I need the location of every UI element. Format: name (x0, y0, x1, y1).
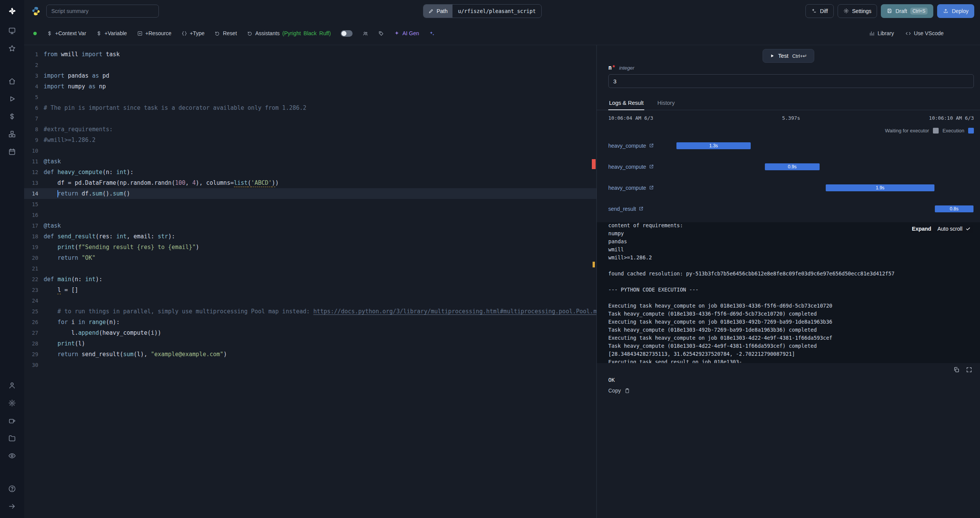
code-line[interactable]: 10 (24, 145, 596, 156)
tab-history[interactable]: History (657, 96, 675, 110)
test-button[interactable]: Test Ctrl+↵ (763, 49, 814, 63)
overview-ruler[interactable] (591, 45, 596, 518)
copy-result-button[interactable]: Copy (608, 388, 630, 394)
braces-icon (181, 31, 187, 36)
code-line[interactable]: 16 (24, 210, 596, 220)
runs-icon[interactable] (0, 90, 24, 108)
gantt-task-link[interactable]: heavy_compute (608, 164, 654, 170)
settings-button[interactable]: Settings (838, 4, 877, 18)
code-line[interactable]: 14 return df.sum().sum() (24, 188, 596, 199)
code-line[interactable]: 8#extra_requirements: (24, 124, 596, 135)
diff-button[interactable]: Diff (805, 4, 834, 18)
tag-button[interactable] (378, 31, 384, 36)
diff-icon (811, 8, 817, 14)
code-line[interactable]: 6# The pin is important since task is a … (24, 103, 596, 113)
sparkles-icon[interactable] (429, 31, 435, 36)
copy-logs-icon[interactable] (953, 367, 960, 373)
code-line[interactable]: 12def heavy_compute(n: int): (24, 167, 596, 178)
autoscroll-checkbox[interactable]: Auto scroll (938, 226, 971, 232)
code-line[interactable]: 2 (24, 60, 596, 70)
code-line[interactable]: 17@task (24, 220, 596, 231)
fullscreen-logs-icon[interactable] (966, 367, 972, 373)
execution-bar[interactable]: 0.9s (765, 163, 820, 170)
warning-marker[interactable] (593, 262, 595, 267)
code-lines: 1from wmill import task2 3import pandas … (24, 49, 596, 370)
code-line[interactable]: 29 return send_result(sum(l), "example@e… (24, 349, 596, 360)
code-line[interactable]: 7 (24, 113, 596, 124)
argument-n-input[interactable] (608, 74, 974, 88)
code-line[interactable]: 1from wmill import task (24, 49, 596, 60)
code-line[interactable]: 27 l.append(heavy_compute(i)) (24, 327, 596, 338)
line-number: 15 (24, 199, 38, 210)
script-path[interactable]: u/rfiszel/pleasant_script (452, 5, 541, 18)
code-editor[interactable]: 1from wmill import task2 3import pandas … (24, 45, 597, 518)
home-icon[interactable] (0, 72, 24, 90)
deploy-button[interactable]: Deploy (937, 4, 974, 18)
settings-icon[interactable] (0, 394, 24, 412)
add-variable-button[interactable]: +Variable (96, 30, 127, 36)
gantt-row: send_result0.8s (608, 198, 974, 219)
code-line[interactable]: 18def send_result(res: int, email: str): (24, 231, 596, 242)
code-line[interactable]: 20 return "OK" (24, 252, 596, 263)
code-line[interactable]: 19 print(f"Sending result {res} to {emai… (24, 242, 596, 252)
windmill-logo-icon[interactable] (0, 0, 24, 22)
magic-wand-icon (394, 31, 400, 36)
code-line[interactable]: 3import pandas as pd (24, 70, 596, 81)
schedules-icon[interactable] (0, 143, 24, 160)
add-context-var-button[interactable]: +Context Var (47, 30, 86, 36)
apps-icon[interactable] (0, 22, 24, 39)
workers-icon[interactable] (0, 412, 24, 429)
error-marker[interactable] (592, 159, 596, 169)
code-line[interactable]: 21 (24, 263, 596, 274)
execution-bar[interactable]: 1.3s (676, 142, 751, 149)
code-line[interactable]: 13 df = pd.DataFrame(np.random.randn(100… (24, 178, 596, 188)
code-line[interactable]: 11@task (24, 156, 596, 167)
python-language-icon (31, 6, 41, 16)
execution-bar[interactable]: 1.9s (826, 184, 934, 191)
code-line[interactable]: 26 for i in range(n): (24, 317, 596, 327)
code-line[interactable]: 15 (24, 199, 596, 210)
script-summary-input[interactable] (46, 5, 159, 18)
gantt-task-link[interactable]: heavy_compute (608, 143, 654, 149)
line-number: 3 (24, 70, 38, 81)
tab-logs-result[interactable]: Logs & Result (608, 96, 644, 110)
code-line[interactable]: 22def main(n: int): (24, 274, 596, 285)
gantt-task-link[interactable]: heavy_compute (608, 185, 654, 191)
folders-icon[interactable] (0, 429, 24, 447)
collapse-sidebar-icon[interactable] (0, 497, 24, 515)
code-line[interactable]: 24 (24, 295, 596, 306)
assistants-status[interactable]: Assistants (Pyright Black Ruff) (247, 30, 331, 36)
variables-icon[interactable] (0, 108, 24, 125)
resources-icon[interactable] (0, 125, 24, 143)
ai-gen-button[interactable]: AI Gen (394, 30, 419, 36)
code-line[interactable]: 23 l = [] (24, 285, 596, 295)
gear-icon (843, 8, 849, 14)
gantt-chart: heavy_compute1.3sheavy_compute0.9sheavy_… (597, 135, 980, 222)
audit-eye-icon[interactable] (0, 447, 24, 464)
expand-logs-button[interactable]: Expand (912, 226, 931, 232)
reset-button[interactable]: Reset (214, 30, 237, 36)
favorites-icon[interactable] (0, 39, 24, 57)
code-line[interactable]: 4import numpy as np (24, 81, 596, 92)
library-button[interactable]: Library (869, 30, 894, 36)
user-icon[interactable] (0, 376, 24, 394)
use-vscode-button[interactable]: Use VScode (905, 30, 944, 36)
collaborators-button[interactable] (363, 31, 368, 36)
code-line[interactable]: 30 (24, 360, 596, 370)
gantt-task-link[interactable]: send_result (608, 206, 644, 212)
code-line[interactable]: 9#wmill>=1.286.2 (24, 135, 596, 145)
logs-viewport[interactable]: content of requirements:numpypandaswmill… (597, 222, 980, 363)
code-line[interactable]: 25 # to run things in parallel, simply u… (24, 306, 596, 317)
code-line[interactable]: 5 (24, 92, 596, 103)
execution-bar[interactable]: 0.8s (935, 205, 973, 212)
legend-waiting-label: Waiting for executor (885, 128, 929, 134)
add-resource-button[interactable]: +Resource (137, 30, 172, 36)
draft-button[interactable]: Draft Ctrl+S (881, 4, 933, 18)
assistant-toggle[interactable] (341, 30, 353, 37)
line-number: 19 (24, 242, 38, 252)
add-type-button[interactable]: +Type (181, 30, 205, 36)
code-line[interactable]: 28 print(l) (24, 338, 596, 349)
help-icon[interactable] (0, 480, 24, 497)
path-editor[interactable]: Path u/rfiszel/pleasant_script (423, 4, 542, 18)
use-vscode-label: Use VScode (914, 30, 944, 36)
